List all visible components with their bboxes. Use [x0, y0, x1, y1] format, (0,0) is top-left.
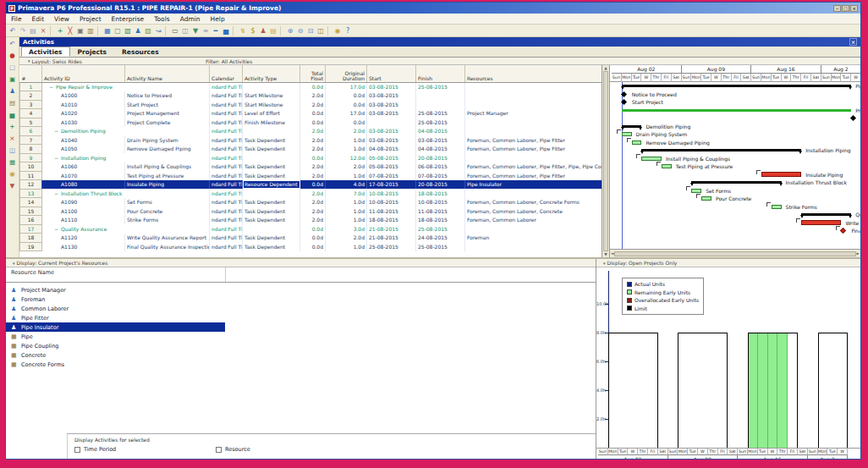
tab-resources[interactable]: Resources	[114, 47, 167, 57]
timescale-day[interactable]: W	[838, 449, 848, 455]
resource-icon[interactable]: ♟	[8, 87, 17, 96]
timescale-day[interactable]: Fri	[732, 74, 742, 82]
checkbox-box[interactable]	[216, 447, 222, 453]
timescale-week[interactable]: Aug 02	[598, 455, 668, 459]
column-header-activity-id[interactable]: Activity ID	[42, 65, 125, 82]
gantt-bar-task[interactable]	[641, 157, 662, 161]
profile-timescale[interactable]: Aug 02Aug 09Aug 16Aug 2SunMonTueWThrFriS…	[596, 448, 860, 459]
copy-cell-icon[interactable]: ▣	[8, 75, 17, 84]
timescale-day[interactable]: W	[768, 449, 778, 455]
menu-item-tools[interactable]: Tools	[149, 15, 174, 23]
collapse-icon[interactable]: −	[49, 83, 54, 91]
timescale-day[interactable]: Sat	[658, 449, 668, 455]
resource-row[interactable]: ▦Pipe Coupling	[6, 341, 596, 350]
tracking-icon[interactable]: ↝	[153, 26, 163, 36]
table-row[interactable]: 9− Installation Pipingndard Full Time0.0…	[20, 153, 602, 162]
resource-row[interactable]: ♟Pipe Fitter	[6, 313, 596, 322]
gantt-timescale[interactable]: Aug 02Aug 09Aug 16Aug 2SunMonTueWThrFriS…	[610, 65, 860, 82]
gantt-milestone[interactable]	[621, 99, 627, 105]
print-icon[interactable]: ▭	[170, 26, 180, 36]
timescale-day[interactable]: Fri	[662, 74, 672, 82]
scroll-left-icon[interactable]: ◄	[611, 251, 613, 256]
gantt-bar-task[interactable]	[622, 132, 632, 136]
collapse-icon[interactable]: −	[54, 225, 59, 234]
filter-icon[interactable]: ▼	[190, 26, 201, 36]
timescale-day[interactable]: W	[628, 449, 638, 455]
new-layout-icon[interactable]: ▢	[8, 63, 17, 72]
back-icon[interactable]: ↶	[8, 40, 17, 48]
timescale-day[interactable]: W	[782, 74, 792, 82]
timescale-day[interactable]: Fri	[718, 449, 728, 455]
redo-icon[interactable]: ↷	[18, 26, 28, 36]
timescale-week[interactable]: Aug 09	[682, 65, 752, 74]
level-resources-icon[interactable]: $	[248, 26, 258, 36]
column-header-activity-type[interactable]: Activity Type	[243, 65, 300, 82]
timescale-day[interactable]: Sun	[598, 449, 608, 455]
timescale-day[interactable]: W	[641, 74, 651, 82]
table-row[interactable]: 16A1110Strike Formsndard Full TimeTask D…	[20, 216, 602, 225]
collapse-icon[interactable]: ▼	[8, 182, 17, 190]
info-icon[interactable]: ◉	[8, 170, 17, 179]
scroll-right-icon[interactable]: ►	[857, 251, 860, 256]
copy-icon[interactable]: ▣	[75, 26, 85, 36]
menu-item-edit[interactable]: Edit	[27, 15, 50, 23]
timescale-day[interactable]: W	[711, 74, 722, 82]
timescale-day[interactable]: Mon	[748, 449, 758, 455]
menu-item-enterprise[interactable]: Enterprise	[107, 15, 150, 23]
timescale-day[interactable]: Tue	[841, 74, 851, 82]
timescale-week[interactable]: Aug 2	[808, 455, 848, 459]
scroll-up-icon[interactable]: ▲	[604, 66, 607, 70]
horizontal-scrollbar[interactable]: ◄ ►	[610, 249, 860, 257]
timescale-day[interactable]: Sat	[741, 74, 751, 82]
scrollbar-thumb[interactable]	[603, 71, 608, 251]
gantt-milestone[interactable]	[850, 115, 856, 121]
timescale-day[interactable]: Sun	[682, 74, 692, 82]
delete-row-icon[interactable]: ×	[8, 135, 17, 143]
timescale-day[interactable]: Sat	[811, 74, 821, 82]
timescale-day[interactable]: Thr	[651, 74, 662, 82]
projects-window-icon[interactable]: ▢	[113, 26, 123, 36]
column-header-activity-name[interactable]: Activity Name	[125, 65, 210, 82]
timescale-day[interactable]: Mon	[818, 449, 828, 455]
resource-row[interactable]: ▦Pipe	[6, 332, 596, 341]
minimize-button[interactable]: –	[833, 5, 841, 12]
timescale-day[interactable]: Sun	[612, 74, 622, 82]
undo-icon[interactable]: ↶	[8, 26, 18, 36]
zoom-in-icon[interactable]: ⊕	[285, 26, 295, 36]
collapse-icon[interactable]: −	[54, 127, 59, 135]
assign-resources-icon[interactable]: ♟	[258, 26, 268, 36]
resource-row[interactable]: ♟Foreman	[6, 295, 596, 304]
table-row[interactable]: 3A1010Start Projectndard Full TimeStart …	[20, 100, 602, 109]
table-row[interactable]: 11A1070Test Piping at Pressurendard Full…	[20, 171, 602, 180]
gantt-milestone[interactable]	[621, 91, 627, 96]
timescale-day[interactable]: Tue	[701, 74, 711, 82]
resource-name-column-header[interactable]: Resource Name	[6, 267, 596, 283]
gantt-bar-task[interactable]	[772, 205, 782, 209]
timescale-day[interactable]: Tue	[632, 74, 642, 82]
timescale-day[interactable]: Thr	[791, 74, 801, 82]
timescale-day[interactable]: Tue	[618, 449, 629, 455]
timescale-day[interactable]: Mon	[691, 74, 701, 82]
resource-row[interactable]: ▦Concrete Forms	[6, 360, 596, 369]
menu-item-admin[interactable]: Admin	[175, 15, 206, 23]
gantt-bar-summary[interactable]	[801, 213, 851, 216]
menu-item-help[interactable]: Help	[206, 15, 230, 23]
gantt-bar-task[interactable]	[632, 140, 642, 145]
timescale-day[interactable]: Mon	[678, 449, 688, 455]
group-sort-icon[interactable]: ≡	[201, 26, 211, 36]
collapse-icon[interactable]: −	[54, 190, 59, 198]
menu-item-view[interactable]: View	[49, 15, 74, 23]
timescale-day[interactable]: Mon	[761, 74, 772, 82]
timescale-day[interactable]: Sat	[728, 449, 738, 455]
maximize-button[interactable]: □	[842, 5, 849, 12]
gantt-chart-icon[interactable]: ━	[211, 26, 221, 36]
table-row[interactable]: 6− Demolition Pipingndard Full Time2.0d2…	[20, 127, 602, 136]
usage-profile-icon[interactable]: ▅	[221, 26, 231, 36]
table-row[interactable]: 2A1000Notice to Proceedndard Full TimeSt…	[20, 91, 602, 101]
timescale-day[interactable]: Thr	[638, 449, 648, 455]
profile-display-bar[interactable]: ▾ Display: Open Projects Only	[596, 259, 860, 267]
record-icon[interactable]: ●	[8, 52, 17, 60]
gantt-bar-critical[interactable]	[801, 220, 841, 225]
tab-projects[interactable]: Projects	[70, 47, 115, 57]
timescale-week[interactable]: Aug 16	[738, 455, 808, 459]
